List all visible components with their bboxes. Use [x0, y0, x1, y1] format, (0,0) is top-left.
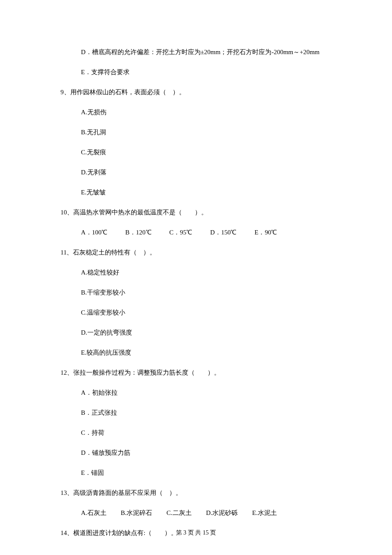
question-11: 11、石灰稳定土的特性有（ ）。: [61, 248, 337, 257]
option-d-pre: D．槽底高程的允许偏差：开挖土方时应为±20mm；开挖石方时应为-200mm～+…: [81, 48, 337, 57]
option-11-a: A.稳定性较好: [81, 268, 337, 277]
option-11-e: E.较高的抗压强度: [81, 348, 337, 357]
option-11-b: B.干缩变形较小: [81, 288, 337, 297]
option-11-d: D.一定的抗弯强度: [81, 328, 337, 337]
option-10-a: A．100℃: [81, 228, 107, 237]
option-12-d: D．铺放预应力筋: [81, 448, 337, 457]
option-13-d: D.水泥砂砾: [206, 509, 238, 517]
options-10: A．100℃ B．120℃ C．95℃ D．150℃ E．90℃: [81, 228, 337, 237]
option-9-a: A.无损伤: [81, 108, 337, 117]
option-11-c: C.温缩变形较小: [81, 308, 337, 317]
page-footer: 第 3 页 共 15 页: [0, 529, 392, 537]
option-9-c: C.无裂痕: [81, 148, 337, 157]
question-10: 10、高温热水管网中热水的最低温度不是（ ）。: [61, 208, 337, 217]
option-9-b: B.无孔洞: [81, 128, 337, 137]
option-10-b: B．120℃: [125, 228, 152, 237]
option-12-c: C．持荷: [81, 428, 337, 437]
option-9-d: D.无剥落: [81, 168, 337, 177]
options-13: A.石灰土 B.水泥碎石 C.二灰土 D.水泥砂砾 E.水泥土: [81, 509, 337, 517]
option-13-e: E.水泥土: [252, 509, 277, 517]
option-e-pre: E．支撑符合要求: [81, 68, 337, 77]
option-13-b: B.水泥碎石: [121, 509, 152, 517]
option-13-c: C.二灰土: [167, 509, 192, 517]
option-12-a: A．初始张拉: [81, 388, 337, 397]
option-10-e: E．90℃: [254, 228, 277, 237]
option-13-a: A.石灰土: [81, 509, 107, 517]
option-10-d: D．150℃: [210, 228, 236, 237]
question-9: 9、用作园林假山的石料，表面必须（ ）。: [61, 88, 337, 97]
page-container: D．槽底高程的允许偏差：开挖土方时应为±20mm；开挖石方时应为-200mm～+…: [0, 0, 392, 555]
question-12: 12、张拉一般操作过程为：调整预应力筋长度（ ）。: [61, 368, 337, 377]
question-13: 13、高级沥青路面的基层不应采用（ ）。: [61, 489, 337, 497]
option-9-e: E.无皱皱: [81, 188, 337, 197]
option-12-b: B．正式张拉: [81, 408, 337, 417]
option-12-e: E．锚固: [81, 468, 337, 477]
option-10-c: C．95℃: [169, 228, 192, 237]
